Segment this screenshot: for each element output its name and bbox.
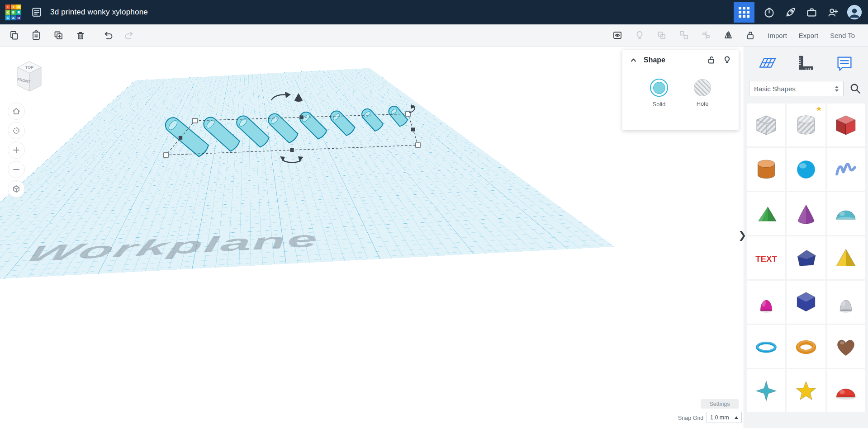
notes-tool-button[interactable] — [833, 52, 856, 75]
perspective-toggle-button[interactable] — [8, 180, 25, 198]
hide-bulb-button[interactable] — [633, 28, 646, 42]
zoom-out-button[interactable] — [8, 161, 25, 178]
ungroup-button[interactable] — [677, 28, 691, 42]
xylophone-bar[interactable] — [360, 107, 384, 132]
shape-tile-scribble[interactable] — [827, 148, 865, 191]
briefcase-icon[interactable] — [805, 5, 818, 19]
scale-handle-edge[interactable] — [300, 116, 303, 119]
chevron-up-icon[interactable] — [630, 56, 637, 63]
padlock-open-icon[interactable] — [707, 56, 716, 64]
shape-tile-pyramid[interactable] — [827, 236, 865, 279]
delete-button[interactable] — [74, 28, 87, 42]
mirror-button[interactable] — [721, 28, 735, 42]
scale-handle-corner[interactable] — [416, 143, 420, 147]
shape-tile-star[interactable] — [787, 369, 825, 412]
xylophone-bar[interactable] — [162, 115, 209, 158]
star-icon — [793, 378, 819, 404]
shape-tile-cone[interactable] — [787, 192, 825, 235]
group-button[interactable] — [655, 28, 669, 42]
half-sphere-icon — [833, 201, 859, 226]
rotate-handle-bottom[interactable] — [280, 156, 304, 162]
xylophone-bar[interactable] — [387, 104, 408, 127]
scale-handle-edge[interactable] — [412, 128, 415, 131]
settings-button[interactable]: Settings — [701, 399, 739, 409]
raise-handle[interactable] — [294, 93, 303, 102]
snap-grid-label: Snap Grid — [678, 415, 703, 421]
copy-button[interactable] — [7, 28, 21, 42]
export-button[interactable]: Export — [793, 29, 824, 42]
box-icon — [833, 113, 859, 138]
tinkercad-logo[interactable]: TINKERCAD — [5, 5, 21, 20]
shape-tile-hexagonal-prism[interactable] — [787, 281, 825, 324]
box-hole-icon — [754, 113, 779, 138]
snap-grid-select[interactable]: 1.0 mm — [707, 412, 742, 423]
shape-tile-torus-thin[interactable] — [747, 325, 785, 368]
rocket-icon[interactable] — [783, 5, 797, 19]
shape-tile-cylinder[interactable] — [747, 148, 785, 191]
search-button[interactable] — [847, 81, 863, 96]
xylophone-bar[interactable] — [297, 109, 327, 140]
viewcube-top-label: TOP — [25, 65, 33, 70]
undo-button[interactable] — [101, 28, 114, 42]
align-button[interactable] — [699, 28, 713, 42]
scribble-icon — [833, 157, 859, 182]
fit-view-button[interactable] — [8, 122, 25, 139]
zoom-in-button[interactable] — [8, 141, 25, 159]
dashboard-grid-button[interactable] — [734, 2, 754, 23]
shape-library-sidebar: Basic Shapes ★ — [744, 47, 868, 428]
shape-tile-sphere[interactable] — [787, 148, 825, 191]
show-all-button[interactable] — [611, 28, 624, 42]
shape-tile-heart[interactable] — [827, 325, 865, 368]
torus-thin-icon — [754, 334, 779, 359]
shape-tile-paraboloid[interactable] — [747, 281, 785, 324]
rotate-handle-right[interactable] — [409, 104, 415, 113]
shape-tile-star-tube[interactable] — [747, 369, 785, 412]
person-add-icon[interactable] — [826, 5, 840, 19]
solid-swatch[interactable] — [650, 79, 668, 97]
shape-tile-cylinder-hole[interactable]: ★ — [787, 103, 825, 146]
shape-tile-dome[interactable] — [827, 369, 865, 412]
polygon-icon — [793, 245, 819, 271]
shape-tile-half-sphere-silver[interactable] — [827, 281, 865, 324]
pyramid-icon — [833, 245, 859, 271]
shape-tile-text[interactable] — [747, 236, 785, 279]
toolbar: Import Export Send To — [0, 24, 868, 47]
scale-handle-edge[interactable] — [290, 149, 294, 152]
document-icon[interactable] — [29, 5, 44, 19]
solid-label: Solid — [641, 101, 677, 108]
cone-icon — [793, 201, 819, 226]
send-to-button[interactable]: Send To — [824, 29, 861, 42]
rotate-handle-top[interactable] — [271, 92, 291, 100]
import-button[interactable]: Import — [762, 29, 793, 42]
hole-swatch[interactable] — [694, 79, 711, 96]
lock-button[interactable] — [744, 28, 757, 42]
avatar[interactable] — [847, 5, 862, 19]
shape-tile-box[interactable] — [827, 103, 865, 146]
shape-tile-polygon[interactable] — [787, 236, 825, 279]
shape-tile-roof[interactable] — [747, 192, 785, 235]
xylophone-bar[interactable] — [266, 111, 299, 144]
logo-tile: D — [16, 15, 21, 20]
shape-tile-box-hole[interactable] — [747, 103, 785, 146]
solid-option[interactable]: Solid — [641, 79, 677, 108]
view-cube[interactable]: TOP FRONT — [13, 56, 46, 95]
shape-tile-half-sphere[interactable] — [827, 192, 865, 235]
paraboloid-icon — [754, 290, 779, 315]
scale-handle-corner[interactable] — [164, 153, 168, 157]
scale-handle-edge[interactable] — [179, 136, 182, 140]
scale-handle-corner[interactable] — [193, 118, 197, 123]
workplane-tool-button[interactable] — [756, 52, 779, 75]
stopwatch-icon[interactable] — [762, 5, 776, 19]
logo-tile: K — [5, 10, 10, 15]
redo-button[interactable] — [123, 28, 137, 42]
lightbulb-icon[interactable] — [723, 56, 731, 64]
home-view-button[interactable] — [8, 103, 25, 120]
paste-button[interactable] — [29, 28, 43, 42]
hole-option[interactable]: Hole — [685, 79, 720, 107]
duplicate-button[interactable] — [52, 28, 65, 42]
ruler-tool-button[interactable] — [794, 52, 818, 75]
category-select[interactable]: Basic Shapes — [749, 81, 844, 96]
sidebar-collapse-handle[interactable]: ❯ — [738, 230, 745, 241]
shape-tile-torus[interactable] — [787, 325, 825, 368]
xylophone-bar[interactable] — [328, 108, 356, 136]
